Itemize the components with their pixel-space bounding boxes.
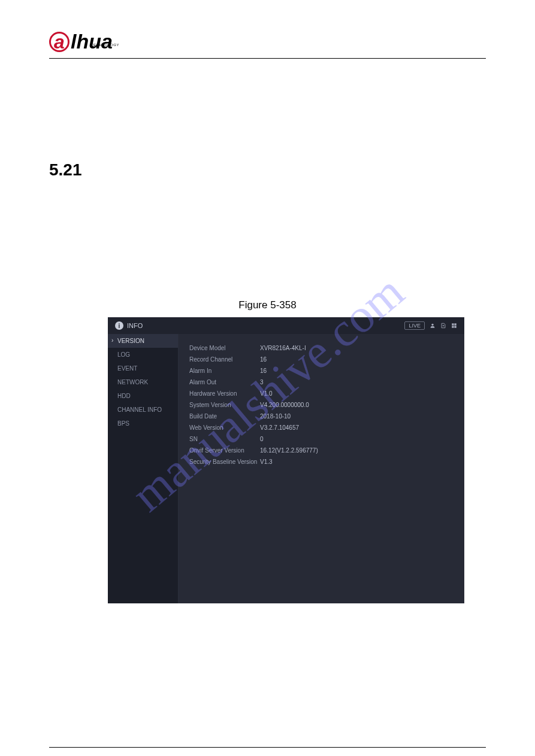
- export-icon[interactable]: [440, 323, 446, 329]
- row-system-version: System VersionV4.200.0000000.0: [189, 399, 454, 411]
- row-record-channel: Record Channel16: [189, 354, 454, 365]
- logo-subtext: TECHNOLOGY: [91, 43, 119, 47]
- live-badge: LIVE: [404, 321, 425, 330]
- label-security-baseline: Security Baseline Version: [189, 459, 260, 465]
- label-record-channel: Record Channel: [189, 356, 260, 363]
- app-title-text: INFO: [127, 322, 143, 329]
- svg-rect-2: [454, 323, 456, 325]
- info-icon: i: [115, 321, 123, 330]
- sidebar-item-hdd[interactable]: HDD: [108, 389, 178, 403]
- value-device-model: XVR8216A-4KL-I: [260, 345, 306, 351]
- logo-mark-a: a: [49, 32, 69, 52]
- value-onvif-version: 16.12(V1.2.2.596777): [260, 447, 318, 454]
- value-alarm-in: 16: [260, 368, 267, 374]
- value-web-version: V3.2.7.104657: [260, 424, 299, 431]
- app-title-group: i INFO: [115, 321, 143, 330]
- app-header-right: LIVE: [404, 321, 457, 330]
- row-alarm-in: Alarm In16: [189, 365, 454, 377]
- logo-text: lhua: [71, 30, 113, 53]
- label-alarm-out: Alarm Out: [189, 379, 260, 385]
- value-sn: 0: [260, 436, 264, 442]
- sidebar-item-network[interactable]: NETWORK: [108, 375, 178, 389]
- brand-logo: a lhua TECHNOLOGY: [49, 30, 141, 53]
- svg-rect-1: [452, 323, 454, 325]
- sidebar-item-bps[interactable]: BPS: [108, 417, 178, 430]
- app-header: i INFO LIVE: [108, 317, 464, 334]
- sidebar-item-log[interactable]: LOG: [108, 348, 178, 362]
- row-hardware-version: Hardware VersionV1.0: [189, 388, 454, 399]
- label-build-date: Build Date: [189, 413, 260, 420]
- content-panel: Device ModelXVR8216A-4KL-I Record Channe…: [179, 334, 464, 603]
- label-device-model: Device Model: [189, 345, 260, 351]
- sidebar: VERSION LOG EVENT NETWORK HDD CHANNEL IN…: [108, 334, 179, 603]
- value-hardware-version: V1.0: [260, 390, 273, 397]
- header-logo-row: a lhua TECHNOLOGY: [49, 30, 486, 59]
- value-alarm-out: 3: [260, 379, 264, 385]
- sidebar-item-label: VERSION: [117, 338, 144, 344]
- label-onvif-version: Onvif Server Version: [189, 447, 260, 454]
- sidebar-item-label: CHANNEL INFO: [117, 406, 162, 413]
- svg-point-0: [431, 324, 433, 326]
- label-alarm-in: Alarm In: [189, 368, 260, 374]
- section-number: 5.21: [49, 160, 486, 180]
- sidebar-item-label: BPS: [117, 420, 129, 427]
- row-security-baseline: Security Baseline VersionV1.3: [189, 456, 454, 467]
- user-icon[interactable]: [430, 323, 436, 329]
- app-body: VERSION LOG EVENT NETWORK HDD CHANNEL IN…: [108, 334, 464, 603]
- svg-rect-3: [452, 326, 454, 327]
- value-record-channel: 16: [260, 356, 267, 363]
- sidebar-item-label: NETWORK: [117, 379, 148, 385]
- label-sn: SN: [189, 436, 260, 442]
- label-system-version: System Version: [189, 402, 260, 408]
- sidebar-item-channel-info[interactable]: CHANNEL INFO: [108, 403, 178, 417]
- app-window: i INFO LIVE VERSION LOG EVENT: [108, 317, 464, 603]
- value-system-version: V4.200.0000000.0: [260, 402, 309, 408]
- sidebar-item-label: LOG: [117, 351, 130, 358]
- row-web-version: Web VersionV3.2.7.104657: [189, 422, 454, 433]
- row-build-date: Build Date2018-10-10: [189, 411, 454, 422]
- label-hardware-version: Hardware Version: [189, 390, 260, 397]
- row-sn: SN0: [189, 433, 454, 445]
- sidebar-item-label: HDD: [117, 393, 131, 399]
- value-security-baseline: V1.3: [260, 459, 273, 465]
- sidebar-item-version[interactable]: VERSION: [108, 334, 178, 348]
- grid-icon[interactable]: [451, 323, 457, 329]
- label-web-version: Web Version: [189, 424, 260, 431]
- footer-rule: [49, 747, 486, 748]
- svg-rect-4: [454, 326, 456, 327]
- figure-caption: Figure 5-358: [49, 299, 486, 311]
- row-device-model: Device ModelXVR8216A-4KL-I: [189, 342, 454, 354]
- value-build-date: 2018-10-10: [260, 413, 291, 420]
- row-onvif-version: Onvif Server Version16.12(V1.2.2.596777): [189, 445, 454, 456]
- sidebar-item-event[interactable]: EVENT: [108, 362, 178, 375]
- sidebar-item-label: EVENT: [117, 365, 137, 372]
- row-alarm-out: Alarm Out3: [189, 377, 454, 388]
